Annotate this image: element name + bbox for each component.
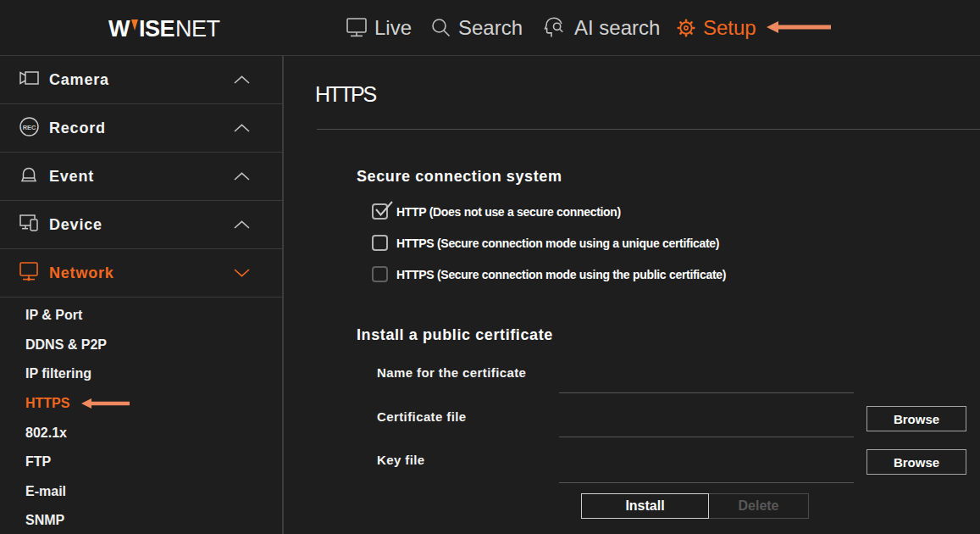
svg-text:REC: REC <box>22 123 36 131</box>
svg-text:NET: NET <box>175 16 220 42</box>
svg-text:W: W <box>108 16 130 42</box>
svg-text:ISE: ISE <box>139 16 174 42</box>
